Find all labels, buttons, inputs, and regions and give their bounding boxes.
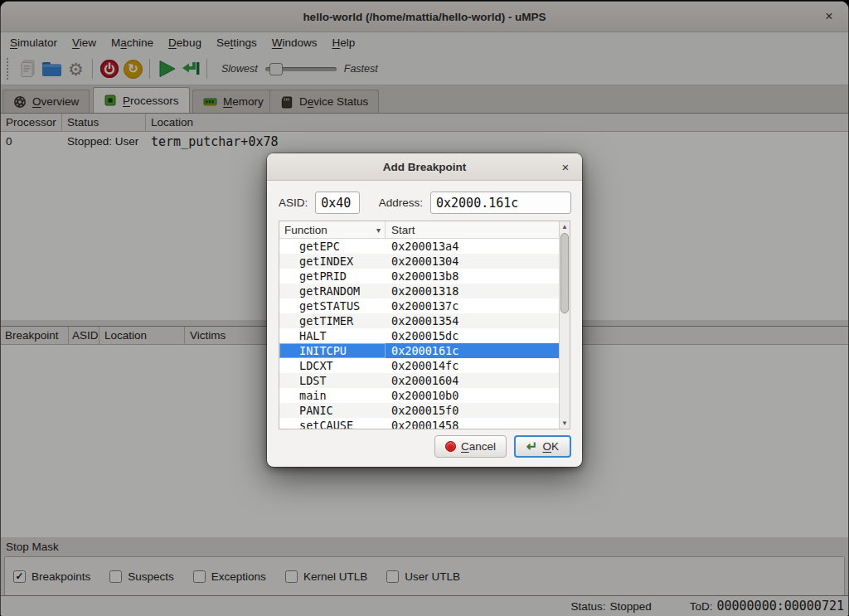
function-row[interactable]: LDST0x20001604 — [279, 373, 559, 388]
function-row[interactable]: PANIC0x200015f0 — [279, 403, 559, 418]
function-row[interactable]: main0x200010b0 — [279, 388, 559, 403]
cancel-button[interactable]: Cancel — [434, 435, 507, 458]
dialog-buttons: Cancel ↵ OK — [267, 435, 571, 458]
dialog-titlebar[interactable]: Add Breakpoint × — [267, 153, 582, 181]
scroll-up-icon[interactable]: ▲ — [560, 221, 570, 232]
scrollbar-thumb[interactable] — [560, 233, 569, 313]
function-row[interactable]: getPRID0x200013b8 — [279, 269, 559, 284]
sort-indicator-icon: ▾ — [376, 226, 381, 235]
asid-label: ASID: — [279, 196, 308, 209]
add-breakpoint-dialog: Add Breakpoint × ASID: Address: Function… — [267, 153, 582, 467]
function-row[interactable]: getEPC0x200013a4 — [279, 239, 559, 254]
start-column-header[interactable]: Start — [386, 221, 570, 238]
function-row[interactable]: LDCXT0x200014fc — [279, 358, 559, 373]
dialog-title: Add Breakpoint — [383, 161, 467, 173]
cancel-icon — [445, 441, 456, 452]
dialog-close-icon[interactable]: × — [558, 159, 573, 174]
list-scrollbar[interactable]: ▲ ▼ — [559, 221, 570, 429]
function-column-header[interactable]: Function ▾ — [279, 221, 386, 238]
function-list-header: Function ▾ Start — [279, 221, 570, 239]
dialog-fields: ASID: Address: — [279, 192, 571, 214]
screen: hello-world (/home/mattia/hello-world) -… — [0, 0, 849, 616]
address-input[interactable] — [430, 192, 571, 214]
asid-input[interactable] — [315, 192, 360, 214]
function-row-selected[interactable]: INITCPU0x2000161c — [279, 343, 559, 358]
function-row[interactable]: setCAUSE0x20001458 — [279, 418, 559, 429]
function-rows: getEPC0x200013a4 getINDEX0x20001304 getP… — [279, 239, 559, 429]
function-row[interactable]: getTIMER0x20001354 — [279, 313, 559, 328]
function-row[interactable]: getSTATUS0x2000137c — [279, 298, 559, 313]
ok-check-icon: ↵ — [526, 440, 537, 454]
function-row[interactable]: getINDEX0x20001304 — [279, 254, 559, 269]
function-row[interactable]: getRANDOM0x20001318 — [279, 284, 559, 298]
function-list: Function ▾ Start getEPC0x200013a4 getIND… — [279, 221, 570, 429]
ok-button[interactable]: ↵ OK — [514, 435, 571, 458]
scroll-down-icon[interactable]: ▼ — [560, 418, 570, 429]
address-label: Address: — [379, 196, 423, 209]
function-row[interactable]: HALT0x200015dc — [279, 328, 559, 343]
